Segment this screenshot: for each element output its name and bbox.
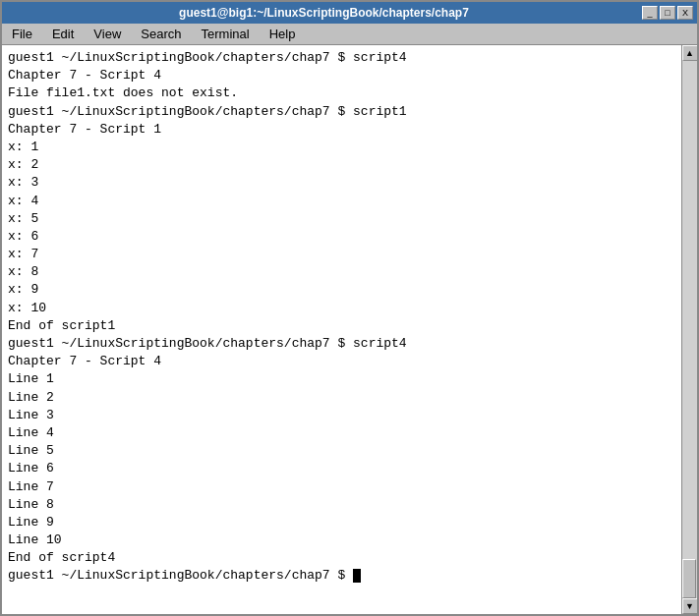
close-button[interactable]: X [677,6,693,20]
minimize-button[interactable]: _ [642,6,658,20]
title-bar: guest1@big1:~/LinuxScriptingBook/chapter… [2,2,697,24]
menu-item-search[interactable]: Search [135,26,187,42]
scroll-thumb[interactable] [682,559,696,598]
menu-item-view[interactable]: View [87,26,127,42]
menu-item-edit[interactable]: Edit [46,26,80,42]
scroll-down-button[interactable]: ▼ [682,598,698,614]
menu-item-file[interactable]: File [6,26,38,42]
menu-item-terminal[interactable]: Terminal [196,26,256,42]
terminal-window: guest1@big1:~/LinuxScriptingBook/chapter… [0,0,699,616]
scroll-up-button[interactable]: ▲ [682,45,698,61]
terminal-output[interactable]: guest1 ~/LinuxScriptingBook/chapters/cha… [2,45,681,614]
menu-item-help[interactable]: Help [263,26,302,42]
terminal-container: guest1 ~/LinuxScriptingBook/chapters/cha… [2,45,697,614]
maximize-button[interactable]: □ [660,6,675,20]
title-bar-buttons: _ □ X [642,6,693,20]
scrollbar[interactable]: ▲ ▼ [681,45,697,614]
scroll-track[interactable] [682,61,697,598]
title-bar-text: guest1@big1:~/LinuxScriptingBook/chapter… [6,6,642,20]
cursor [353,569,361,583]
menu-bar: FileEditViewSearchTerminalHelp [2,24,697,45]
